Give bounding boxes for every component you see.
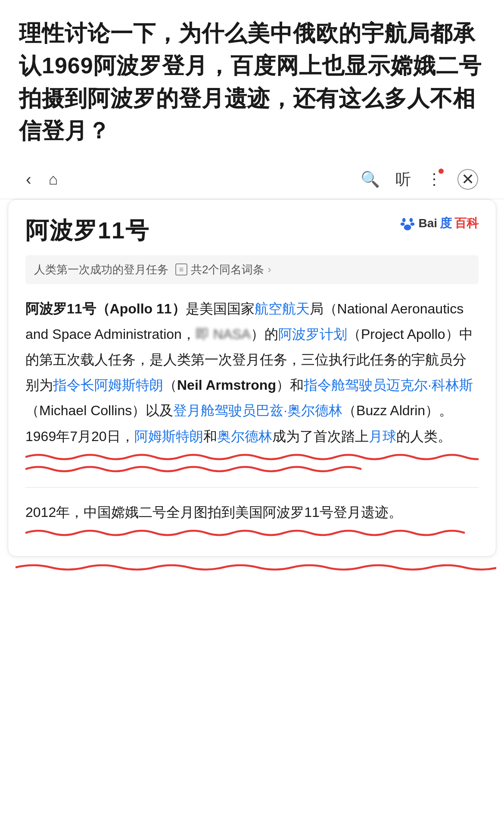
text-intro: 阿波罗11号（Apollo 11）是美国国家航空航天局（National Aer… (25, 301, 473, 444)
title-section: 理性讨论一下，为什么美中俄欧的宇航局都承认1969阿波罗登月，百度网上也显示嫦娥… (0, 0, 504, 160)
svg-point-1 (401, 222, 405, 226)
subtitle-mission: 人类第一次成功的登月任务 (34, 262, 168, 277)
card-content-paragraph2: 2012年，中国嫦娥二号全月图拍到美国阿波罗11号登月遗迹。 (25, 500, 479, 525)
nav-right: 🔍 听 ⋮ ✕ (361, 169, 478, 190)
paragraph2-text: 2012年，中国嫦娥二号全月图拍到美国阿波罗11号登月遗迹。 (25, 504, 402, 520)
link-apollo-plan[interactable]: 阿波罗计划 (278, 326, 347, 342)
baidu-text-bai: Bai (418, 216, 437, 230)
card-divider (25, 487, 479, 488)
page-title: 理性讨论一下，为什么美中俄欧的宇航局都承认1969阿波罗登月，百度网上也显示嫦娥… (19, 17, 485, 147)
home-button[interactable]: ⌂ (49, 170, 58, 188)
link-commander[interactable]: 指令长阿姆斯特朗 (53, 377, 163, 393)
svg-point-0 (404, 224, 411, 230)
link-collins-title[interactable]: 指令舱驾驶员 (304, 377, 386, 393)
link-aldrin[interactable]: 巴兹·奥尔德林 (256, 403, 342, 418)
baidu-logo[interactable]: Bai度百科 (399, 215, 479, 232)
baidu-paw-icon (399, 215, 416, 232)
link-aldrin2[interactable]: 奥尔德林 (217, 429, 272, 444)
nasa-watermark-text: 即 NASA (196, 326, 251, 342)
red-annotation-area-2 (25, 527, 479, 539)
link-aerospace[interactable]: 航空航天 (255, 301, 310, 316)
subtitle-tag-text: 共2个同名词条 (191, 262, 264, 277)
listen-button[interactable]: 听 (395, 169, 411, 190)
page-container: 理性讨论一下，为什么美中俄欧的宇航局都承认1969阿波罗登月，百度网上也显示嫦娥… (0, 0, 504, 582)
link-moon[interactable]: 月球 (369, 429, 396, 444)
red-annotation-area (25, 451, 479, 475)
card-subtitle: 人类第一次成功的登月任务 ≡ 共2个同名词条 › (25, 255, 479, 284)
red-squiggle-3 (25, 527, 479, 539)
bottom-red-lines (8, 561, 496, 582)
card-header: 阿波罗11号 Bai度百科 (25, 215, 479, 247)
neil-armstrong-name: Neil Armstrong (177, 377, 276, 393)
svg-point-3 (402, 218, 406, 222)
notification-dot (439, 169, 444, 174)
subtitle-tag[interactable]: ≡ 共2个同名词条 › (175, 262, 271, 277)
nav-left: ‹ ⌂ (26, 170, 58, 189)
link-armstrong2[interactable]: 阿姆斯特朗 (134, 429, 203, 444)
bottom-squiggle (8, 561, 496, 582)
subtitle-chevron-icon: › (268, 263, 271, 276)
tag-box-icon: ≡ (175, 263, 187, 276)
apollo-name: 阿波罗11号（Apollo 11） (25, 301, 186, 316)
link-lander-pilot[interactable]: 登月舱驾驶员 (173, 403, 256, 418)
svg-point-2 (411, 222, 415, 226)
card-title: 阿波罗11号 (25, 215, 149, 247)
red-squiggle-2 (25, 463, 388, 475)
card-content-paragraph1: 阿波罗11号（Apollo 11）是美国国家航空航天局（National Aer… (25, 296, 479, 475)
close-button[interactable]: ✕ (457, 169, 478, 190)
svg-point-4 (410, 218, 413, 222)
red-squiggle-1 (25, 451, 479, 463)
baidu-text-ke: 百科 (454, 215, 479, 232)
back-button[interactable]: ‹ (26, 170, 31, 189)
link-collins[interactable]: 迈克尔·科林斯 (386, 377, 473, 393)
baidu-text-du: 度 (440, 215, 452, 232)
browser-nav: ‹ ⌂ 🔍 听 ⋮ ✕ (0, 160, 504, 199)
baike-card: 阿波罗11号 Bai度百科 人类第一次成功的登月任务 ≡ 共2个同名词条 › (8, 199, 496, 557)
more-button[interactable]: ⋮ (426, 170, 442, 188)
search-button[interactable]: 🔍 (361, 170, 380, 188)
